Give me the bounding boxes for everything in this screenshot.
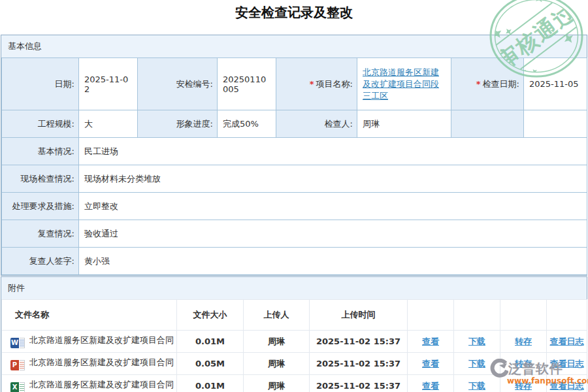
basic-info-row: 复查人签字:黄小强 bbox=[2, 248, 587, 275]
attachment-file-size: 0.01M bbox=[177, 375, 244, 392]
view-link[interactable]: 查看 bbox=[422, 336, 439, 346]
field-label-review-result: 复查情况: bbox=[2, 220, 79, 248]
attachments-section: 附件 文件名称文件大小上传人上传时间 W北京路道服务区新建及改扩建项目合同0.0… bbox=[1, 276, 587, 392]
field-value-inspector: 周琳 bbox=[357, 110, 451, 138]
field-label-project-scale: 工程规模: bbox=[2, 110, 79, 138]
attachments-col-header-empty bbox=[454, 300, 500, 331]
word-file-icon: W bbox=[10, 338, 25, 348]
project-name-link[interactable]: 北京路道服务区新建及改扩建项目合同段三工区 bbox=[363, 67, 439, 101]
field-label-date: 日期: bbox=[2, 58, 79, 110]
attachment-action-cell: 转存 bbox=[500, 353, 547, 375]
save-as-link[interactable]: 转存 bbox=[515, 359, 532, 368]
download-link[interactable]: 下载 bbox=[468, 359, 485, 368]
attachment-row: W北京路道服务区新建及改扩建项目合同0.01M周琳2025-11-02 15:3… bbox=[2, 331, 587, 353]
attachment-action-cell: 查看 bbox=[408, 375, 454, 392]
field-label-inspection-no: 安检编号: bbox=[138, 58, 218, 110]
basic-info-row: 处理要求及措施:立即整改 bbox=[2, 193, 587, 220]
save-as-link[interactable]: 转存 bbox=[515, 381, 532, 391]
attachment-action-cell: 查看日志 bbox=[547, 375, 587, 392]
field-value-review-signature: 黄小强 bbox=[79, 248, 587, 275]
field-value-review-result: 验收通过 bbox=[79, 220, 587, 248]
field-value-progress: 完成50% bbox=[218, 110, 276, 138]
attachment-upload-time: 2025-11-02 15:37 bbox=[310, 375, 408, 392]
file-icon-page bbox=[20, 338, 25, 348]
view-link[interactable]: 查看 bbox=[422, 381, 439, 391]
attachment-file-name: P北京路道服务区新建及改扩建项目合同 bbox=[2, 353, 177, 375]
file-icon-letter: X bbox=[10, 382, 19, 392]
attachment-uploader: 周琳 bbox=[244, 353, 310, 375]
file-icon-letter: W bbox=[10, 338, 19, 348]
file-icon-letter: P bbox=[10, 360, 19, 370]
attachments-col-header-empty bbox=[500, 300, 547, 331]
attachment-action-cell: 下载 bbox=[454, 353, 500, 375]
field-label-inspector: 检查人: bbox=[276, 110, 357, 138]
required-marker: * bbox=[310, 79, 314, 89]
attachments-table: 文件名称文件大小上传人上传时间 W北京路道服务区新建及改扩建项目合同0.01M周… bbox=[1, 299, 587, 392]
field-label-inspection-date: *检查日期: bbox=[451, 58, 524, 110]
field-value-site-inspection: 现场材料未分类堆放 bbox=[79, 165, 587, 193]
basic-info-section-header: 基本信息 bbox=[1, 35, 587, 57]
attachments-col-header-empty bbox=[547, 300, 587, 331]
attachment-file-name: W北京路道服务区新建及改扩建项目合同 bbox=[2, 331, 177, 353]
field-label-progress: 形象进度: bbox=[138, 110, 218, 138]
attachment-row: X北京路道服务区新建及改扩建项目合同0.01M周琳2025-11-02 15:3… bbox=[2, 375, 587, 392]
attachments-header-row: 文件名称文件大小上传人上传时间 bbox=[2, 300, 587, 331]
field-value-inspection-no: 20250110005 bbox=[218, 58, 276, 110]
attachment-action-cell: 转存 bbox=[500, 331, 547, 353]
attachment-uploader: 周琳 bbox=[244, 331, 310, 353]
field-label-measures: 处理要求及措施: bbox=[2, 193, 79, 220]
attachment-upload-time: 2025-11-02 15:37 bbox=[310, 353, 408, 375]
field-value-basic-situation: 民工进场 bbox=[79, 138, 587, 165]
attachments-col-header: 文件名称 bbox=[2, 300, 177, 331]
attachments-col-header: 上传人 bbox=[244, 300, 310, 331]
attachment-action-cell: 下载 bbox=[454, 331, 500, 353]
basic-info-table: 日期:2025-11-02安检编号:20250110005*项目名称:北京路道服… bbox=[1, 57, 587, 275]
attachments-col-header: 文件大小 bbox=[177, 300, 244, 331]
attachment-action-cell: 查看日志 bbox=[547, 331, 587, 353]
basic-info-row: 现场检查情况:现场材料未分类堆放 bbox=[2, 165, 587, 193]
attachment-action-cell: 查看 bbox=[408, 331, 454, 353]
page-title: 安全检查记录及整改 bbox=[0, 4, 588, 22]
attachment-file-name: X北京路道服务区新建及改扩建项目合同 bbox=[2, 375, 177, 392]
ppt-file-icon: P bbox=[10, 360, 25, 370]
basic-info-row: 基本情况:民工进场 bbox=[2, 138, 587, 165]
attachments-section-header: 附件 bbox=[1, 277, 587, 299]
attachment-row: P北京路道服务区新建及改扩建项目合同0.05M周琳2025-11-02 15:3… bbox=[2, 353, 587, 375]
view-log-link[interactable]: 查看日志 bbox=[550, 359, 584, 368]
field-value-inspection-date: 2025-11-05 bbox=[524, 58, 587, 110]
attachment-upload-time: 2025-11-02 15:37 bbox=[310, 331, 408, 353]
basic-info-section: 基本信息 日期:2025-11-02安检编号:20250110005*项目名称:… bbox=[1, 35, 587, 276]
view-link[interactable]: 查看 bbox=[422, 359, 439, 368]
file-icon-page bbox=[20, 360, 25, 370]
attachment-file-size: 0.05M bbox=[177, 353, 244, 375]
attachment-action-cell: 查看 bbox=[408, 353, 454, 375]
field-label-blank bbox=[451, 110, 524, 138]
attachment-action-cell: 下载 bbox=[454, 375, 500, 392]
required-marker: * bbox=[476, 79, 481, 89]
view-log-link[interactable]: 查看日志 bbox=[550, 336, 584, 346]
field-value-project-scale: 大 bbox=[79, 110, 138, 138]
basic-info-row: 日期:2025-11-02安检编号:20250110005*项目名称:北京路道服… bbox=[2, 58, 587, 110]
field-label-review-signature: 复查人签字: bbox=[2, 248, 79, 275]
field-label-basic-situation: 基本情况: bbox=[2, 138, 79, 165]
download-link[interactable]: 下载 bbox=[468, 381, 485, 391]
field-label-site-inspection: 现场检查情况: bbox=[2, 165, 79, 193]
attachments-col-header: 上传时间 bbox=[310, 300, 408, 331]
basic-info-row: 工程规模:大形象进度:完成50%检查人:周琳 bbox=[2, 110, 587, 138]
attachment-action-cell: 查看日志 bbox=[547, 353, 587, 375]
field-label-project-name: *项目名称: bbox=[276, 58, 357, 110]
file-icon-page bbox=[20, 382, 25, 392]
attachments-col-header-empty bbox=[408, 300, 454, 331]
save-as-link[interactable]: 转存 bbox=[515, 336, 532, 346]
view-log-link[interactable]: 查看日志 bbox=[550, 381, 584, 391]
attachment-action-cell: 转存 bbox=[500, 375, 547, 392]
field-value-date: 2025-11-02 bbox=[79, 58, 138, 110]
excel-file-icon: X bbox=[10, 382, 25, 392]
download-link[interactable]: 下载 bbox=[468, 336, 485, 346]
field-value-blank bbox=[524, 110, 587, 138]
field-value-measures: 立即整改 bbox=[79, 193, 587, 220]
basic-info-row: 复查情况:验收通过 bbox=[2, 220, 587, 248]
attachment-file-size: 0.01M bbox=[177, 331, 244, 353]
attachment-uploader: 周琳 bbox=[244, 375, 310, 392]
field-value-project-name: 北京路道服务区新建及改扩建项目合同段三工区 bbox=[357, 58, 451, 110]
